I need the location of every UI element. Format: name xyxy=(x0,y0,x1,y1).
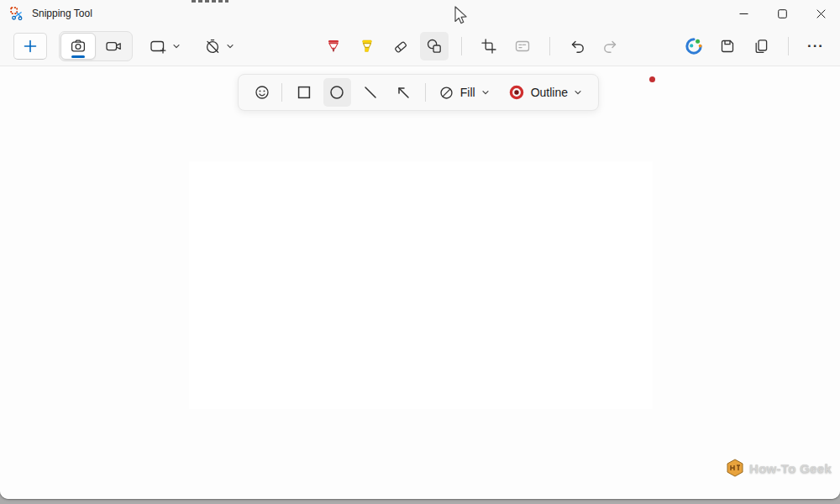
minimize-button[interactable] xyxy=(724,0,763,27)
snipping-tool-logo-icon xyxy=(10,7,24,21)
snip-shape-dropdown[interactable] xyxy=(143,33,187,60)
snip-canvas[interactable] xyxy=(189,161,653,409)
new-snip-button[interactable] xyxy=(13,33,47,60)
shapes-toolbar-separator xyxy=(425,83,426,102)
camera-icon xyxy=(70,38,87,55)
watermark-text: How-To Geek xyxy=(749,461,832,475)
howtogeek-logo-icon xyxy=(726,459,744,477)
toolbar-separator xyxy=(461,37,462,55)
ballpoint-pen-button[interactable] xyxy=(319,32,348,60)
arrow-shape-button[interactable] xyxy=(389,78,417,107)
line-shape-button[interactable] xyxy=(356,78,384,107)
shapes-icon xyxy=(426,38,443,55)
highlighter-icon xyxy=(359,38,375,55)
visual-search-button[interactable] xyxy=(680,32,708,60)
maximize-button[interactable] xyxy=(763,0,801,27)
howtogeek-watermark: How-To Geek xyxy=(726,459,832,477)
chevron-down-icon xyxy=(172,42,181,50)
close-button[interactable] xyxy=(801,0,840,27)
emoji-button[interactable] xyxy=(249,78,274,107)
copy-button[interactable] xyxy=(747,32,775,60)
highlighter-button[interactable] xyxy=(353,32,381,60)
minimize-icon xyxy=(739,9,748,18)
delay-dropdown[interactable] xyxy=(197,33,241,60)
snipping-tool-window: Snipping Tool xyxy=(0,0,840,499)
toolbar-left-group xyxy=(13,27,241,66)
copy-icon xyxy=(753,38,769,55)
chevron-down-icon xyxy=(226,42,234,50)
window-title: Snipping Tool xyxy=(32,8,92,19)
shapes-toolbar: Fill Outline xyxy=(238,74,599,111)
chevron-down-icon xyxy=(481,88,490,97)
main-toolbar: ··· xyxy=(0,27,840,66)
ballpoint-pen-icon xyxy=(325,38,342,55)
toolbar-right-group: ··· xyxy=(680,27,830,66)
video-camera-icon xyxy=(105,38,123,55)
eraser-button[interactable] xyxy=(386,32,415,60)
timer-off-icon xyxy=(204,38,221,55)
maximize-icon xyxy=(778,9,787,18)
save-icon xyxy=(719,38,736,55)
outline-color-icon xyxy=(508,84,525,101)
redo-button xyxy=(596,32,625,60)
more-icon: ··· xyxy=(807,32,824,60)
titlebar: Snipping Tool xyxy=(0,0,840,27)
fill-dropdown[interactable]: Fill xyxy=(433,79,495,106)
plus-icon xyxy=(24,39,37,53)
text-actions-button xyxy=(508,32,537,60)
eraser-icon xyxy=(392,38,409,55)
shapes-toolbar-separator xyxy=(281,83,282,102)
undo-button[interactable] xyxy=(563,32,591,60)
photo-mode-button[interactable] xyxy=(60,33,96,60)
undo-icon xyxy=(569,38,585,55)
line-icon xyxy=(362,84,379,101)
visual-search-icon xyxy=(685,38,702,55)
fill-label: Fill xyxy=(460,86,475,99)
emoji-icon xyxy=(254,84,270,101)
square-icon xyxy=(296,84,312,101)
save-button[interactable] xyxy=(713,32,742,60)
rectangle-shape-button[interactable] xyxy=(290,78,318,107)
video-mode-button[interactable] xyxy=(96,33,131,60)
red-dot-annotation xyxy=(649,76,655,82)
rectangle-plus-icon xyxy=(150,38,167,55)
close-icon xyxy=(816,9,826,18)
redo-icon xyxy=(602,38,619,55)
toolbar-center-group xyxy=(319,27,625,66)
circle-icon xyxy=(328,84,345,101)
ellipse-shape-button[interactable] xyxy=(323,78,351,107)
photo-mode-selected-indicator xyxy=(71,55,85,58)
capture-mode-switch xyxy=(59,31,133,61)
text-actions-icon xyxy=(514,38,531,55)
outline-dropdown[interactable]: Outline xyxy=(503,79,587,106)
shapes-button[interactable] xyxy=(420,32,449,60)
no-fill-icon xyxy=(438,85,454,101)
outline-label: Outline xyxy=(531,86,568,99)
chevron-down-icon xyxy=(574,88,582,97)
arrow-icon xyxy=(395,84,412,101)
crop-icon xyxy=(480,38,497,55)
toolbar-separator xyxy=(788,37,789,55)
toolbar-separator xyxy=(549,37,550,55)
more-options-button[interactable]: ··· xyxy=(801,32,830,60)
top-edge-artifact xyxy=(192,0,228,3)
crop-button[interactable] xyxy=(475,32,503,60)
caption-buttons xyxy=(724,0,840,27)
